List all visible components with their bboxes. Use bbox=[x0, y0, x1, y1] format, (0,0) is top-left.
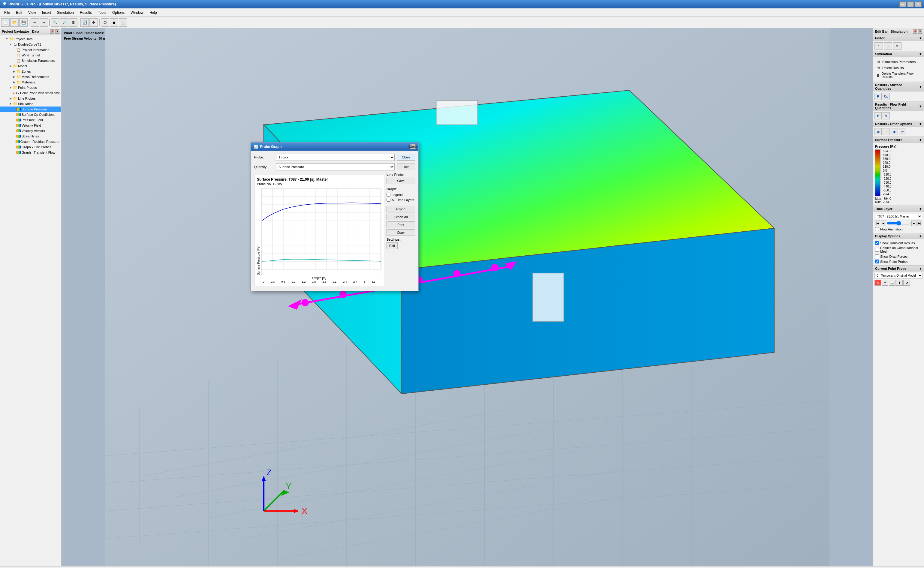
tree-doublecurve[interactable]: ▼ 🗂 DoubleCurveT1 bbox=[0, 42, 61, 47]
editor-move-up-button[interactable]: ↑ bbox=[874, 42, 883, 50]
tree-project-data[interactable]: ▼ 📁 Project Data bbox=[0, 36, 61, 42]
show-point-probes-checkbox[interactable] bbox=[875, 260, 879, 263]
close-button[interactable]: ✕ bbox=[915, 2, 922, 7]
streamlines-btn[interactable]: ≋ bbox=[874, 128, 882, 135]
toolbar-save[interactable]: 💾 bbox=[19, 18, 28, 27]
surface-pressure-legend-header[interactable]: Surface Pressure ▼ bbox=[873, 137, 924, 143]
tree-mesh-refinements[interactable]: ▶ 📁 Mesh Refinements bbox=[0, 74, 61, 80]
toolbar-wireframe[interactable]: ⬜ bbox=[119, 18, 127, 27]
time-prev-button[interactable]: ◀ bbox=[881, 221, 886, 226]
probe-settings-button[interactable]: ⚙ bbox=[903, 279, 910, 286]
results-other-header[interactable]: Results - Other Options ▼ bbox=[873, 121, 924, 127]
close-button[interactable]: Close bbox=[397, 154, 415, 160]
right-panel-pin-icon[interactable]: 📌 bbox=[913, 29, 917, 33]
time-layer-select[interactable]: T087 - 21.00 [s], Master bbox=[875, 214, 922, 219]
time-last-button[interactable]: ▶| bbox=[917, 221, 922, 226]
tree-velocity-vectors[interactable]: Velocity Vectors bbox=[0, 128, 61, 133]
tree-materials[interactable]: ▶ 📁 Materials bbox=[0, 80, 61, 85]
menu-simulation[interactable]: Simulation bbox=[54, 9, 77, 16]
tree-line-probes[interactable]: ▶ 📁 Line Probes bbox=[0, 96, 61, 101]
toolbar-open[interactable]: 📂 bbox=[10, 18, 19, 27]
editor-edit-button[interactable]: ✏ bbox=[893, 42, 901, 50]
tree-zones[interactable]: ▶ 📁 Zones bbox=[0, 69, 61, 74]
viewport[interactable]: Wind Tunnel Dimensions: Dx = 62.527 m, D… bbox=[62, 28, 873, 566]
show-transient-checkbox[interactable] bbox=[875, 241, 879, 245]
export-all-button[interactable]: Export All bbox=[387, 214, 415, 220]
tree-surface-pressure[interactable]: Surface Pressure bbox=[0, 107, 61, 112]
menu-file[interactable]: File bbox=[1, 9, 13, 16]
current-probe-select[interactable]: 0 - Temporary, Original Model bbox=[874, 273, 923, 278]
toolbar-new[interactable]: 📄 bbox=[1, 18, 10, 27]
editor-section-header[interactable]: Editor ▼ bbox=[873, 35, 924, 41]
tree-simulation[interactable]: ▼ 📁 Simulation bbox=[0, 101, 61, 107]
time-slider[interactable] bbox=[887, 221, 911, 226]
tree-sim-params[interactable]: 📋 Simulation Parameters bbox=[0, 58, 61, 63]
save-button[interactable]: Save bbox=[387, 178, 415, 184]
sim-item-delete[interactable]: 🗑 Delete Results bbox=[875, 65, 922, 71]
menu-help[interactable]: Help bbox=[146, 9, 160, 16]
tree-graph-line[interactable]: Graph - Line Probes bbox=[0, 144, 61, 150]
right-panel-close-icon[interactable]: ✕ bbox=[918, 29, 922, 33]
tree-point-probe-1[interactable]: ● 1 - Point Probe with small time step bbox=[0, 90, 61, 96]
time-first-button[interactable]: |◀ bbox=[875, 221, 880, 226]
menu-view[interactable]: View bbox=[25, 9, 39, 16]
menu-results[interactable]: Results bbox=[77, 9, 95, 16]
panel-pin-icon[interactable]: 📌 bbox=[50, 29, 54, 33]
time-layer-header[interactable]: Time Layer ▼ bbox=[873, 206, 924, 212]
help-button[interactable]: Help bbox=[397, 163, 415, 170]
tree-wind-tunnel[interactable]: 📋 Wind Tunnel bbox=[0, 53, 61, 58]
show-drag-forces-checkbox[interactable] bbox=[875, 254, 879, 258]
toolbar-mesh[interactable]: ⬡ bbox=[101, 18, 109, 27]
sim-item-delete-transient[interactable]: 🗑 Delete Transient Flow Results... bbox=[875, 71, 922, 80]
display-options-header[interactable]: Display Options ▼ bbox=[873, 233, 924, 239]
tree-pressure-field[interactable]: Pressure Field bbox=[0, 117, 61, 123]
tree-graph-residual[interactable]: Graph - Residual Pressure bbox=[0, 139, 61, 144]
edit-button[interactable]: Edit bbox=[387, 242, 398, 249]
toolbar-fit[interactable]: ⊞ bbox=[69, 18, 77, 27]
tree-graph-transient[interactable]: Graph - Transient Flow bbox=[0, 150, 61, 155]
probe-delete-button[interactable]: ✕ bbox=[874, 279, 881, 286]
sim-item-params[interactable]: ⚙ Simulation Parameters... bbox=[875, 59, 922, 65]
results-comp-mesh-checkbox[interactable] bbox=[875, 248, 879, 252]
all-time-layers-checkbox[interactable] bbox=[387, 198, 390, 202]
flow-animation-checkbox[interactable] bbox=[875, 227, 879, 231]
toolbar-zoom-out[interactable]: 🔎 bbox=[60, 18, 68, 27]
probe-graph-button[interactable]: 📊 bbox=[889, 279, 895, 286]
menu-options[interactable]: Options bbox=[109, 9, 128, 16]
velocity-btn[interactable]: V bbox=[883, 112, 890, 119]
toolbar-redo[interactable]: ↪ bbox=[39, 18, 48, 27]
current-point-probe-header[interactable]: Current Point Probe ▼ bbox=[873, 266, 924, 272]
export-button[interactable]: Export bbox=[387, 206, 415, 213]
results-surface-header[interactable]: Results - Surface Quantities ▼ bbox=[873, 82, 924, 92]
maximize-button[interactable]: □ bbox=[907, 2, 914, 7]
results-flow-header[interactable]: Results - Flow Field Quantities ▼ bbox=[873, 101, 924, 111]
tree-project-info[interactable]: 📋 Project Information bbox=[0, 47, 61, 53]
editor-move-down-button[interactable]: ↓ bbox=[884, 42, 892, 50]
probe-edit-button[interactable]: ✏ bbox=[882, 279, 888, 286]
time-next-button[interactable]: ▶ bbox=[911, 221, 916, 226]
print-button[interactable]: Print bbox=[387, 221, 415, 228]
panel-close-icon[interactable]: ✕ bbox=[55, 29, 59, 33]
cut-btn[interactable]: ✂ bbox=[899, 128, 906, 135]
iso-btn[interactable]: ◈ bbox=[891, 128, 898, 135]
quantity-select[interactable]: Surface Pressure bbox=[276, 163, 395, 171]
probe-dialog-close-button[interactable]: Close bbox=[410, 144, 416, 150]
vectors-btn[interactable]: → bbox=[883, 128, 890, 135]
toolbar-move[interactable]: ✥ bbox=[89, 18, 98, 27]
toolbar-zoom-in[interactable]: 🔍 bbox=[51, 18, 59, 27]
tree-point-probes[interactable]: ▼ 📁 Point Probes bbox=[0, 85, 61, 90]
menu-window[interactable]: Window bbox=[128, 9, 146, 16]
menu-insert[interactable]: Insert bbox=[39, 9, 54, 16]
tree-surface-cp[interactable]: Surface Cp Coefficient bbox=[0, 112, 61, 117]
tree-model[interactable]: ▶ 📁 Model bbox=[0, 63, 61, 69]
pressure-btn[interactable]: P bbox=[874, 93, 882, 100]
toolbar-rotate[interactable]: 🔄 bbox=[80, 18, 89, 27]
legend-checkbox[interactable] bbox=[387, 193, 390, 196]
cp-btn[interactable]: Cp bbox=[883, 93, 890, 100]
toolbar-surface[interactable]: ◼ bbox=[110, 18, 118, 27]
minimize-button[interactable]: — bbox=[899, 2, 906, 7]
simulation-section-header[interactable]: Simulation ▼ bbox=[873, 51, 924, 57]
toolbar-undo[interactable]: ↩ bbox=[30, 18, 39, 27]
probe-export-button[interactable]: ⬇ bbox=[896, 279, 903, 286]
menu-edit[interactable]: Edit bbox=[13, 9, 25, 16]
